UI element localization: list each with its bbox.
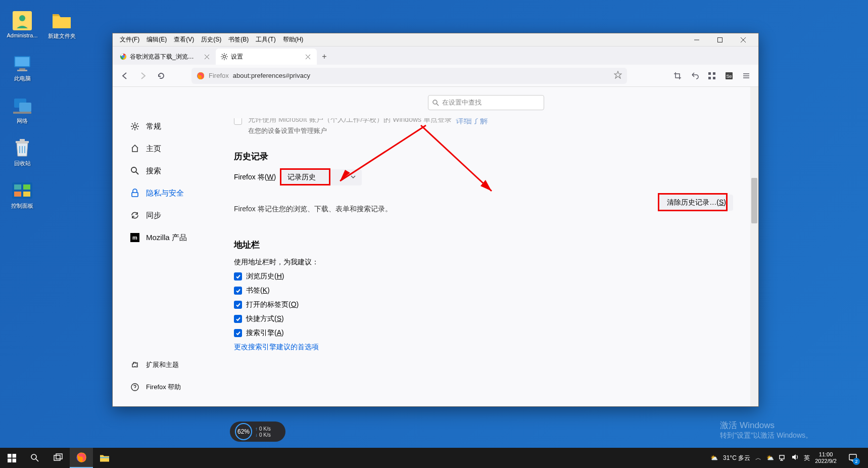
- puzzle-icon: [130, 360, 140, 370]
- url-text: about:preferences#privacy: [233, 72, 310, 79]
- suggest-history[interactable]: 浏览历史(H): [234, 272, 738, 281]
- svg-point-52: [433, 100, 437, 104]
- desktop-icon-control[interactable]: 控制面板: [5, 180, 39, 210]
- upload-speed: 0 K/s: [259, 426, 271, 432]
- cloud-sync-icon[interactable]: ⛅: [766, 454, 774, 461]
- svg-rect-10: [20, 139, 25, 141]
- svg-rect-4: [19, 68, 25, 70]
- sidebar-item-sync[interactable]: 同步: [125, 206, 214, 224]
- history-section-title: 历史记录: [234, 151, 738, 162]
- sidebar-label: 同步: [146, 211, 161, 220]
- suggest-opentabs[interactable]: 打开的标签页(O): [234, 300, 738, 309]
- sidebar-item-help[interactable]: Firefox 帮助: [125, 378, 214, 396]
- window-minimize[interactable]: [686, 33, 708, 46]
- download-speed: 0 K/s: [259, 432, 271, 438]
- settings-main[interactable]: 在设置中查找 允许使用 Microsoft 账户（个人/工作/学校）的 Wind…: [214, 87, 758, 406]
- sidebar-item-search[interactable]: 搜索: [125, 162, 214, 180]
- menu-bookmarks[interactable]: 书签(B): [225, 34, 252, 45]
- suggest-bookmarks[interactable]: 书签(K): [234, 286, 738, 295]
- sidebar-item-mozilla[interactable]: m Mozilla 产品: [125, 228, 214, 247]
- taskbar-explorer[interactable]: [93, 448, 116, 468]
- new-tab-button[interactable]: +: [317, 49, 332, 64]
- watermark-sub: 转到"设置"以激活 Windows。: [720, 431, 812, 440]
- weather-text[interactable]: 31°C 多云: [723, 454, 750, 462]
- svg-rect-36: [708, 72, 711, 75]
- back-button[interactable]: [117, 68, 133, 84]
- svg-rect-9: [16, 141, 29, 143]
- weather-icon[interactable]: ⛅: [710, 454, 718, 461]
- window-close[interactable]: [732, 33, 754, 46]
- ime-indicator[interactable]: 英: [804, 454, 810, 462]
- notification-center[interactable]: 2: [842, 448, 864, 468]
- network-icon[interactable]: [779, 454, 786, 462]
- network-speed-widget[interactable]: 62% ↑0 K/s ↓0 K/s: [230, 422, 285, 442]
- change-search-prefs-link[interactable]: 更改搜索引擎建议的首选项: [234, 343, 738, 352]
- svg-rect-13: [23, 184, 30, 190]
- taskbar-firefox[interactable]: [70, 448, 93, 468]
- tab-settings[interactable]: 设置: [216, 49, 317, 65]
- menu-help[interactable]: 帮助(H): [280, 34, 307, 45]
- sidebar-label: 隐私与安全: [146, 189, 184, 198]
- apps-icon[interactable]: [704, 68, 720, 84]
- volume-icon[interactable]: [791, 453, 799, 462]
- desktop-icon-recycle[interactable]: 回收站: [5, 137, 39, 167]
- sidebar-item-home[interactable]: 主页: [125, 139, 214, 158]
- svg-rect-64: [54, 455, 60, 460]
- checkbox-label: 书签(K): [246, 286, 270, 295]
- scrollbar-thumb[interactable]: [751, 178, 757, 223]
- menu-edit[interactable]: 编辑(E): [143, 34, 170, 45]
- tab-close[interactable]: [203, 53, 211, 61]
- tabbar: 谷歌浏览器下载_浏览器官网入口 设置 +: [113, 46, 758, 65]
- sidebar-label: Mozilla 产品: [146, 233, 187, 243]
- svg-rect-38: [708, 77, 711, 79]
- sidebar-item-extensions[interactable]: 扩展和主题: [125, 356, 214, 374]
- checkbox-label: 打开的标签页(O): [246, 300, 299, 309]
- svg-point-62: [31, 454, 36, 459]
- desktop-icon-network[interactable]: 网络: [5, 95, 39, 125]
- tab-close[interactable]: [304, 53, 312, 61]
- settings-search[interactable]: 在设置中查找: [428, 95, 544, 110]
- tray-chevron-up-icon[interactable]: ︿: [755, 454, 761, 462]
- gear-icon: [221, 53, 228, 60]
- svg-rect-3: [15, 57, 29, 66]
- suggest-engines[interactable]: 搜索引擎(A): [234, 329, 738, 338]
- desktop-icon-folder[interactable]: 新建文件夹: [44, 10, 79, 40]
- menubar: 文件(F) 编辑(E) 查看(V) 历史(S) 书签(B) 工具(T) 帮助(H…: [113, 33, 758, 46]
- svg-point-1: [19, 15, 25, 21]
- desktop-icon-admin[interactable]: Administra...: [5, 10, 39, 40]
- sidebar-item-privacy[interactable]: 隐私与安全: [125, 184, 214, 202]
- menu-view[interactable]: 查看(V): [171, 34, 197, 45]
- svg-rect-61: [12, 458, 16, 462]
- menu-history[interactable]: 历史(S): [198, 34, 224, 45]
- firefox-window: 文件(F) 编辑(E) 查看(V) 历史(S) 书签(B) 工具(T) 帮助(H…: [112, 33, 759, 407]
- sidebar-item-general[interactable]: 常规: [125, 117, 214, 135]
- menu-tools[interactable]: 工具(T): [253, 34, 278, 45]
- start-button[interactable]: [0, 448, 23, 468]
- checkbox-checked-icon: [234, 329, 242, 337]
- suggest-shortcuts[interactable]: 快捷方式(S): [234, 314, 738, 323]
- svg-rect-5: [17, 70, 27, 71]
- hamburger-menu[interactable]: [738, 68, 754, 84]
- undo-icon[interactable]: [687, 68, 703, 84]
- clear-history-button[interactable]: 清除历史记录…(S): [660, 195, 733, 211]
- desktop-icon-pc[interactable]: 此电脑: [5, 53, 39, 82]
- tab-chrome-download[interactable]: 谷歌浏览器下载_浏览器官网入口: [115, 49, 216, 65]
- reload-button[interactable]: [153, 68, 169, 84]
- menu-file[interactable]: 文件(F): [117, 34, 142, 45]
- history-mode-dropdown[interactable]: 记录历史: [281, 169, 362, 185]
- selenium-icon[interactable]: Se: [721, 68, 737, 84]
- task-view[interactable]: [46, 448, 70, 468]
- checkbox-checked-icon: [234, 272, 242, 280]
- url-prefix: Firefox: [209, 72, 229, 79]
- checkbox-checked-icon: [234, 287, 242, 295]
- bookmark-star-icon[interactable]: [614, 71, 622, 80]
- crop-icon[interactable]: [669, 68, 686, 84]
- system-tray: ⛅ 31°C 多云 ︿ ⛅ 英 11:00 2022/9/2 2: [706, 448, 868, 468]
- scrollbar-track[interactable]: [750, 87, 758, 406]
- forward-button[interactable]: [135, 68, 151, 84]
- window-maximize[interactable]: [709, 33, 731, 46]
- taskbar-clock[interactable]: 11:00 2022/9/2: [815, 451, 837, 464]
- address-bar[interactable]: Firefox about:preferences#privacy: [191, 68, 627, 84]
- svg-rect-60: [8, 458, 12, 462]
- taskbar-search[interactable]: [23, 448, 46, 468]
